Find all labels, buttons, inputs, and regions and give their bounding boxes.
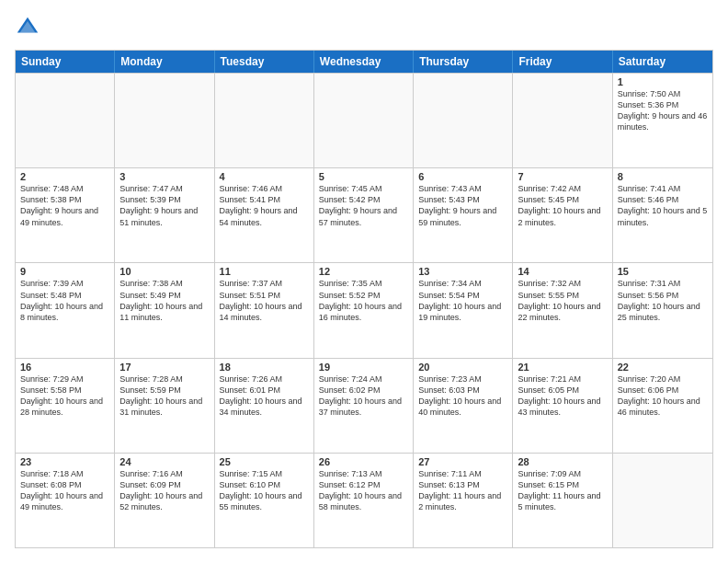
cell-info: Sunrise: 7:35 AM Sunset: 5:52 PM Dayligh… <box>319 278 408 323</box>
calendar-cell: 18Sunrise: 7:26 AM Sunset: 6:01 PM Dayli… <box>215 359 314 453</box>
cell-info: Sunrise: 7:45 AM Sunset: 5:42 PM Dayligh… <box>319 183 408 228</box>
cell-info: Sunrise: 7:32 AM Sunset: 5:55 PM Dayligh… <box>518 278 607 323</box>
weekday-header: Sunday <box>16 51 115 73</box>
cell-info: Sunrise: 7:23 AM Sunset: 6:03 PM Dayligh… <box>418 373 507 419</box>
day-number: 7 <box>518 171 607 182</box>
calendar-cell <box>613 454 712 547</box>
day-number: 1 <box>618 76 708 87</box>
calendar-cell: 6Sunrise: 7:43 AM Sunset: 5:43 PM Daylig… <box>414 168 513 262</box>
logo <box>15 15 44 40</box>
day-number: 11 <box>220 266 309 277</box>
day-number: 25 <box>220 456 309 467</box>
weekday-header: Thursday <box>414 51 513 73</box>
day-number: 6 <box>418 171 507 182</box>
day-number: 15 <box>618 266 708 277</box>
calendar-cell: 8Sunrise: 7:41 AM Sunset: 5:46 PM Daylig… <box>613 168 712 262</box>
cell-info: Sunrise: 7:50 AM Sunset: 5:36 PM Dayligh… <box>618 88 708 133</box>
cell-info: Sunrise: 7:29 AM Sunset: 5:58 PM Dayligh… <box>20 373 109 419</box>
weekday-header: Saturday <box>613 51 712 73</box>
calendar-cell: 11Sunrise: 7:37 AM Sunset: 5:51 PM Dayli… <box>215 263 314 357</box>
calendar-cell: 25Sunrise: 7:15 AM Sunset: 6:10 PM Dayli… <box>215 454 314 547</box>
page: SundayMondayTuesdayWednesdayThursdayFrid… <box>0 0 728 563</box>
calendar-cell: 12Sunrise: 7:35 AM Sunset: 5:52 PM Dayli… <box>314 263 414 357</box>
calendar-cell: 20Sunrise: 7:23 AM Sunset: 6:03 PM Dayli… <box>414 359 513 453</box>
cell-info: Sunrise: 7:46 AM Sunset: 5:41 PM Dayligh… <box>220 183 309 228</box>
day-number: 2 <box>20 171 109 182</box>
calendar-cell: 28Sunrise: 7:09 AM Sunset: 6:15 PM Dayli… <box>513 454 612 547</box>
day-number: 13 <box>418 266 507 277</box>
day-number: 21 <box>518 362 607 373</box>
cell-info: Sunrise: 7:34 AM Sunset: 5:54 PM Dayligh… <box>418 278 507 323</box>
day-number: 19 <box>319 362 408 373</box>
calendar-cell <box>513 74 612 167</box>
calendar: SundayMondayTuesdayWednesdayThursdayFrid… <box>15 50 713 548</box>
header <box>15 15 713 40</box>
day-number: 4 <box>220 171 309 182</box>
cell-info: Sunrise: 7:39 AM Sunset: 5:48 PM Dayligh… <box>20 278 109 323</box>
calendar-cell: 26Sunrise: 7:13 AM Sunset: 6:12 PM Dayli… <box>314 454 414 547</box>
calendar-cell: 14Sunrise: 7:32 AM Sunset: 5:55 PM Dayli… <box>513 263 612 357</box>
day-number: 8 <box>618 171 708 182</box>
calendar-cell: 19Sunrise: 7:24 AM Sunset: 6:02 PM Dayli… <box>314 359 414 453</box>
calendar-cell: 22Sunrise: 7:20 AM Sunset: 6:06 PM Dayli… <box>613 359 712 453</box>
day-number: 5 <box>319 171 408 182</box>
calendar-header: SundayMondayTuesdayWednesdayThursdayFrid… <box>16 51 712 73</box>
calendar-cell <box>314 74 414 167</box>
cell-info: Sunrise: 7:18 AM Sunset: 6:08 PM Dayligh… <box>20 468 109 513</box>
cell-info: Sunrise: 7:20 AM Sunset: 6:06 PM Dayligh… <box>618 373 708 419</box>
cell-info: Sunrise: 7:38 AM Sunset: 5:49 PM Dayligh… <box>119 278 209 323</box>
calendar-cell <box>16 74 115 167</box>
calendar-cell: 21Sunrise: 7:21 AM Sunset: 6:05 PM Dayli… <box>513 359 612 453</box>
calendar-row: 2Sunrise: 7:48 AM Sunset: 5:38 PM Daylig… <box>16 167 712 262</box>
day-number: 18 <box>220 362 309 373</box>
cell-info: Sunrise: 7:47 AM Sunset: 5:39 PM Dayligh… <box>119 183 209 228</box>
weekday-header: Monday <box>115 51 214 73</box>
day-number: 27 <box>418 456 507 467</box>
cell-info: Sunrise: 7:31 AM Sunset: 5:56 PM Dayligh… <box>618 278 708 323</box>
cell-info: Sunrise: 7:37 AM Sunset: 5:51 PM Dayligh… <box>220 278 309 323</box>
day-number: 24 <box>119 456 209 467</box>
calendar-cell <box>115 74 214 167</box>
calendar-row: 23Sunrise: 7:18 AM Sunset: 6:08 PM Dayli… <box>16 453 712 547</box>
cell-info: Sunrise: 7:11 AM Sunset: 6:13 PM Dayligh… <box>418 468 507 513</box>
calendar-cell: 1Sunrise: 7:50 AM Sunset: 5:36 PM Daylig… <box>613 74 712 167</box>
cell-info: Sunrise: 7:26 AM Sunset: 6:01 PM Dayligh… <box>220 373 309 419</box>
calendar-row: 9Sunrise: 7:39 AM Sunset: 5:48 PM Daylig… <box>16 262 712 357</box>
day-number: 23 <box>20 456 109 467</box>
day-number: 28 <box>518 456 607 467</box>
day-number: 20 <box>418 362 507 373</box>
day-number: 16 <box>20 362 109 373</box>
day-number: 3 <box>119 171 209 182</box>
calendar-body: 1Sunrise: 7:50 AM Sunset: 5:36 PM Daylig… <box>16 73 712 547</box>
calendar-cell: 4Sunrise: 7:46 AM Sunset: 5:41 PM Daylig… <box>215 168 314 262</box>
calendar-cell: 13Sunrise: 7:34 AM Sunset: 5:54 PM Dayli… <box>414 263 513 357</box>
calendar-cell: 9Sunrise: 7:39 AM Sunset: 5:48 PM Daylig… <box>16 263 115 357</box>
calendar-cell: 16Sunrise: 7:29 AM Sunset: 5:58 PM Dayli… <box>16 359 115 453</box>
calendar-row: 16Sunrise: 7:29 AM Sunset: 5:58 PM Dayli… <box>16 358 712 453</box>
cell-info: Sunrise: 7:48 AM Sunset: 5:38 PM Dayligh… <box>20 183 109 228</box>
day-number: 26 <box>319 456 408 467</box>
cell-info: Sunrise: 7:09 AM Sunset: 6:15 PM Dayligh… <box>518 468 607 513</box>
weekday-header: Tuesday <box>215 51 314 73</box>
day-number: 9 <box>20 266 109 277</box>
cell-info: Sunrise: 7:21 AM Sunset: 6:05 PM Dayligh… <box>518 373 607 419</box>
calendar-cell <box>414 74 513 167</box>
cell-info: Sunrise: 7:41 AM Sunset: 5:46 PM Dayligh… <box>618 183 708 228</box>
calendar-cell <box>215 74 314 167</box>
cell-info: Sunrise: 7:28 AM Sunset: 5:59 PM Dayligh… <box>119 373 209 419</box>
day-number: 14 <box>518 266 607 277</box>
calendar-cell: 7Sunrise: 7:42 AM Sunset: 5:45 PM Daylig… <box>513 168 612 262</box>
calendar-cell: 24Sunrise: 7:16 AM Sunset: 6:09 PM Dayli… <box>115 454 214 547</box>
weekday-header: Wednesday <box>314 51 414 73</box>
cell-info: Sunrise: 7:42 AM Sunset: 5:45 PM Dayligh… <box>518 183 607 228</box>
day-number: 22 <box>618 362 708 373</box>
calendar-row: 1Sunrise: 7:50 AM Sunset: 5:36 PM Daylig… <box>16 73 712 167</box>
day-number: 17 <box>119 362 209 373</box>
cell-info: Sunrise: 7:13 AM Sunset: 6:12 PM Dayligh… <box>319 468 408 513</box>
cell-info: Sunrise: 7:16 AM Sunset: 6:09 PM Dayligh… <box>119 468 209 513</box>
cell-info: Sunrise: 7:15 AM Sunset: 6:10 PM Dayligh… <box>220 468 309 513</box>
logo-icon <box>15 15 40 40</box>
calendar-cell: 3Sunrise: 7:47 AM Sunset: 5:39 PM Daylig… <box>115 168 214 262</box>
calendar-cell: 5Sunrise: 7:45 AM Sunset: 5:42 PM Daylig… <box>314 168 414 262</box>
calendar-cell: 10Sunrise: 7:38 AM Sunset: 5:49 PM Dayli… <box>115 263 214 357</box>
